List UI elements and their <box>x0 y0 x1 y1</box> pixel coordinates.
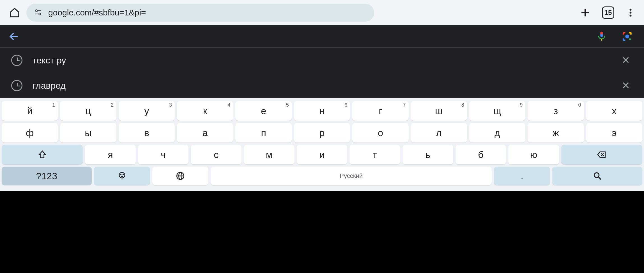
key-main: з <box>554 105 558 116</box>
key-letter[interactable]: ю <box>508 145 559 164</box>
suggestion-item[interactable]: главред ✕ <box>0 73 644 98</box>
back-arrow-icon[interactable] <box>8 31 20 42</box>
shift-key[interactable] <box>2 145 83 164</box>
svg-point-24 <box>594 173 599 178</box>
key-main: р <box>319 127 325 138</box>
key-letter[interactable]: в <box>119 123 175 143</box>
url-bar[interactable]: google.com/#sbfbu=1&pi= <box>26 4 374 22</box>
key-main: ч <box>161 149 166 160</box>
tabs-count-badge[interactable]: 15 <box>602 6 614 19</box>
key-letter[interactable]: д <box>469 123 525 143</box>
key-superscript: 7 <box>403 102 406 108</box>
svg-rect-11 <box>600 32 603 35</box>
key-superscript: 4 <box>227 102 230 108</box>
key-main: ы <box>85 127 91 138</box>
history-icon <box>11 55 22 66</box>
key-letter[interactable]: ь <box>403 145 453 164</box>
new-tab-icon[interactable] <box>579 7 591 18</box>
symbols-label: ?123 <box>36 171 57 182</box>
key-superscript: 6 <box>344 102 347 108</box>
search-enter-key[interactable] <box>552 167 642 185</box>
key-main: т <box>373 149 377 160</box>
key-letter[interactable]: й1 <box>2 101 58 121</box>
language-label: Русский <box>340 172 363 180</box>
key-superscript: 8 <box>461 102 464 108</box>
spacebar-key[interactable]: Русский <box>211 167 492 185</box>
key-letter[interactable]: г7 <box>352 101 408 121</box>
key-letter[interactable]: б <box>456 145 506 164</box>
keyboard-row-3: ячсмитьбю <box>2 145 642 164</box>
key-superscript: 5 <box>286 102 289 108</box>
key-letter[interactable]: л <box>411 123 467 143</box>
key-main: и <box>319 149 325 160</box>
period-label: . <box>521 171 523 182</box>
key-main: с <box>214 149 219 160</box>
site-settings-icon[interactable] <box>34 8 43 17</box>
key-letter[interactable]: щ9 <box>469 101 525 121</box>
key-main: ю <box>530 149 537 160</box>
key-letter[interactable]: у3 <box>119 101 175 121</box>
svg-point-6 <box>630 9 632 11</box>
key-superscript: 0 <box>578 102 581 108</box>
on-screen-keyboard: й1ц2у3к4е5н6г7ш8щ9з0х фывапролджэ ячсмит… <box>0 98 644 191</box>
key-letter[interactable]: п <box>235 123 291 143</box>
url-text: google.com/#sbfbu=1&pi= <box>48 8 146 17</box>
key-main: х <box>612 105 617 116</box>
key-main: й <box>27 105 33 116</box>
key-letter[interactable]: з0 <box>528 101 584 121</box>
svg-point-2 <box>39 13 41 15</box>
key-letter[interactable]: м <box>244 145 295 164</box>
key-main: о <box>378 127 383 138</box>
key-letter[interactable]: ф <box>2 123 58 143</box>
keyboard-row-1: й1ц2у3к4е5н6г7ш8щ9з0х <box>2 101 642 121</box>
key-letter[interactable]: я <box>85 145 136 164</box>
remove-suggestion-icon[interactable]: ✕ <box>619 54 633 66</box>
key-main: ц <box>86 105 91 116</box>
svg-point-13 <box>629 38 631 40</box>
svg-line-25 <box>599 177 601 180</box>
key-letter[interactable]: е5 <box>235 101 291 121</box>
key-letter[interactable]: р <box>294 123 350 143</box>
key-letter[interactable]: т <box>349 145 400 164</box>
key-letter[interactable]: ц2 <box>60 101 116 121</box>
lens-search-icon[interactable] <box>622 31 633 42</box>
key-letter[interactable]: ш8 <box>411 101 467 121</box>
suggestions-list: текст ру ✕ главред ✕ <box>0 48 644 98</box>
key-superscript: 2 <box>111 102 114 108</box>
key-letter[interactable]: ч <box>138 145 189 164</box>
key-letter[interactable]: ж <box>528 123 584 143</box>
emoji-key[interactable] <box>94 167 150 185</box>
key-letter[interactable]: ы <box>60 123 116 143</box>
remove-suggestion-icon[interactable]: ✕ <box>619 80 633 91</box>
suggestion-item[interactable]: текст ру ✕ <box>0 48 644 73</box>
overflow-menu-icon[interactable] <box>625 8 636 18</box>
key-letter[interactable]: и <box>297 145 348 164</box>
key-letter[interactable]: с <box>191 145 242 164</box>
key-main: б <box>478 149 483 160</box>
key-letter[interactable]: э <box>586 123 642 143</box>
key-main: п <box>261 127 266 138</box>
key-letter[interactable]: к4 <box>177 101 233 121</box>
key-main: е <box>261 105 266 116</box>
key-letter[interactable]: х <box>586 101 642 121</box>
key-letter[interactable]: о <box>352 123 408 143</box>
svg-point-8 <box>630 15 632 17</box>
voice-search-icon[interactable] <box>596 31 608 42</box>
key-main: ь <box>425 149 430 160</box>
key-letter[interactable]: а <box>177 123 233 143</box>
key-main: а <box>203 127 208 138</box>
key-main: э <box>612 127 617 138</box>
key-main: г <box>379 105 382 116</box>
home-icon[interactable] <box>8 6 21 19</box>
key-superscript: 3 <box>169 102 172 108</box>
symbols-key[interactable]: ?123 <box>2 167 92 185</box>
backspace-key[interactable] <box>561 145 642 164</box>
language-switch-key[interactable] <box>152 167 208 185</box>
svg-point-18 <box>120 174 121 175</box>
key-main: н <box>319 105 325 116</box>
browser-actions: 15 <box>579 6 636 19</box>
key-superscript: 9 <box>520 102 523 108</box>
svg-point-0 <box>36 10 38 12</box>
key-letter[interactable]: н6 <box>294 101 350 121</box>
period-key[interactable]: . <box>494 167 550 185</box>
